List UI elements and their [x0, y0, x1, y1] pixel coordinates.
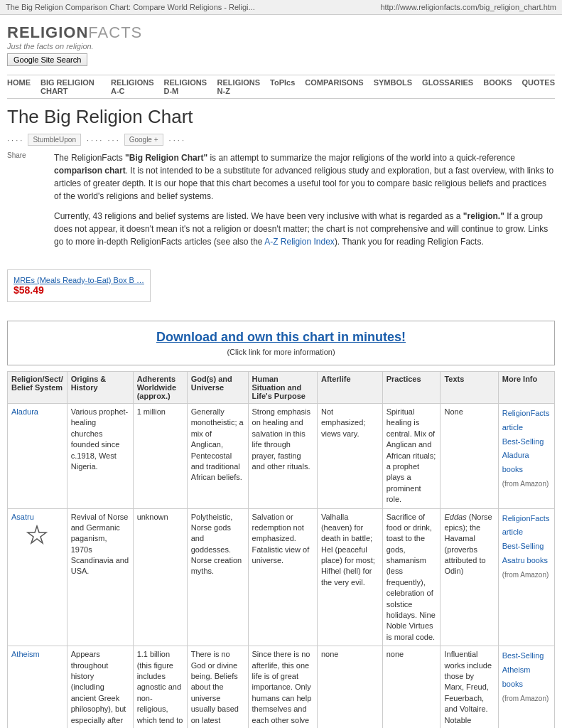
col-header-human: HumanSituation andLife's Purpose	[248, 372, 317, 404]
intro-paragraph2: Currently, 43 religions and belief syste…	[54, 210, 555, 248]
sidebar-share: Share	[7, 151, 43, 255]
gods-cell: Polytheistic, Norse gods and goddesses. …	[187, 508, 248, 646]
adherents-cell: unknown	[133, 508, 187, 646]
nav-religions-dm[interactable]: RELIGIONS D-M	[164, 78, 207, 95]
stumbleupon-button[interactable]: StumbleUpon	[28, 134, 81, 146]
browser-title: The Big Religion Comparison Chart: Compa…	[6, 3, 255, 11]
origins-cell: Various prophet-healing churches founded…	[67, 404, 133, 509]
az-index-link[interactable]: A-Z Religion Index	[264, 237, 335, 247]
content-right: The ReligionFacts "Big Religion Chart" i…	[54, 151, 555, 255]
more-info-links: Best-Selling Atheism books (from Amazon)	[502, 649, 551, 705]
nav-home[interactable]: HOME	[7, 78, 31, 95]
logo-facts: FACTS	[88, 23, 142, 41]
from-amazon: (from Amazon)	[502, 480, 549, 488]
books-link[interactable]: Best-Selling Aladura books	[502, 435, 551, 477]
afterlife-cell: Valhalla (heaven) for death in battle; H…	[317, 508, 382, 646]
religion-name-cell: Atheism	[8, 646, 67, 728]
page-title: The Big Religion Chart	[7, 106, 555, 128]
moreinfo-cell: Best-Selling Atheism books (from Amazon)	[498, 646, 554, 728]
logo-tagline: Just the facts on religion.	[7, 42, 555, 50]
books-link[interactable]: Best-Selling Asatru books	[502, 540, 551, 568]
religion-name-link[interactable]: Asatru	[11, 513, 34, 521]
intro-paragraph1: The ReligionFacts "Big Religion Chart" i…	[54, 151, 555, 203]
afterlife-cell: none	[317, 646, 382, 728]
nav-comparisons[interactable]: COMPARISONS	[305, 78, 363, 95]
col-header-moreinfo: More Info	[498, 372, 554, 404]
nav-big-religion[interactable]: BIG RELIGION CHART	[40, 78, 101, 95]
share-label: Share	[7, 151, 26, 159]
religion-name-cell: Asatru	[8, 508, 67, 646]
asatru-icon	[25, 524, 50, 549]
search-button[interactable]: Google Site Search	[7, 53, 87, 66]
intro-religion-bold: "religion."	[463, 211, 504, 221]
download-subtitle: (Click link for more information)	[16, 348, 546, 356]
religion-name-cell: Aladura	[8, 404, 67, 509]
ad-price: $58.49	[13, 284, 144, 296]
nav-glossaries[interactable]: GLOSSARIES	[422, 78, 473, 95]
table-row: Atheism Appears throughout history (incl…	[8, 646, 555, 728]
col-header-religion: Religion/Sect/Belief System	[8, 372, 67, 404]
table-row: Aladura Various prophet-healing churches…	[8, 404, 555, 509]
social-dots3: · · · ·	[169, 136, 184, 144]
texts-cell: Eddas (Norse epics); the Havamal (prover…	[441, 508, 498, 646]
col-header-afterlife: Afterlife	[317, 372, 382, 404]
logo[interactable]: RELIGIONFACTS	[7, 23, 555, 42]
table-header-row: Religion/Sect/Belief System Origins &His…	[8, 372, 555, 404]
religion-name-link[interactable]: Atheism	[11, 650, 40, 658]
social-dots2: · · · ·	[87, 136, 102, 144]
nav-topics[interactable]: ToPIcs	[270, 78, 295, 95]
nav-books[interactable]: BOOKS	[483, 78, 512, 95]
col-header-origins: Origins &History	[67, 372, 133, 404]
browser-url: http://www.religionfacts.com/big_religio…	[380, 3, 556, 11]
nav-symbols[interactable]: SYMBOLS	[374, 78, 412, 95]
download-link[interactable]: Download and own this chart in minutes!	[16, 330, 546, 345]
practices-cell: none	[382, 646, 441, 728]
logo-area: RELIGIONFACTS Just the facts on religion…	[7, 15, 555, 70]
logo-religion: RELIGION	[7, 23, 88, 41]
human-cell: Strong emphasis on healing and salvation…	[248, 404, 317, 509]
human-cell: Salvation or redemption not emphasized. …	[248, 508, 317, 646]
ad-box: MREs (Meals Ready-to-Eat) Box B … $58.49	[7, 269, 151, 302]
col-header-gods: God(s) andUniverse	[187, 372, 248, 404]
afterlife-cell: Not emphasized; views vary.	[317, 404, 382, 509]
from-amazon: (from Amazon)	[502, 571, 549, 579]
col-header-adherents: AdherentsWorldwide(approx.)	[133, 372, 187, 404]
practices-cell: Spiritual healing is central. Mix of Ang…	[382, 404, 441, 509]
table-row: Asatru Revival of Norse and Germanic pag…	[8, 508, 555, 646]
main-layout: Share The ReligionFacts "Big Religion Ch…	[7, 151, 555, 255]
more-info-links: ReligionFacts article Best-Selling Aladu…	[502, 407, 551, 491]
social-bar: · · · · StumbleUpon · · · · · · · Google…	[7, 134, 555, 146]
origins-cell: Appears throughout history (including an…	[67, 646, 133, 728]
religion-name-link[interactable]: Aladura	[11, 407, 38, 416]
moreinfo-cell: ReligionFacts article Best-Selling Aladu…	[498, 404, 554, 509]
social-dots: · · · ·	[7, 136, 22, 144]
browser-bar: The Big Religion Comparison Chart: Compa…	[0, 0, 562, 15]
asatru-svg	[26, 525, 48, 547]
adherents-cell: 1.1 billion (this figure includes agnost…	[133, 646, 187, 728]
intro-comparison-bold: comparison chart	[54, 166, 126, 176]
nav-religions-ac[interactable]: RELIGIONS A-C	[111, 78, 154, 95]
chart-table: Religion/Sect/Belief System Origins &His…	[7, 371, 555, 728]
practices-cell: Sacrifice of food or drink, toast to the…	[382, 508, 441, 646]
col-header-practices: Practices	[382, 372, 441, 404]
download-box: Download and own this chart in minutes! …	[7, 321, 555, 365]
origins-cell: Revival of Norse and Germanic paganism, …	[67, 508, 133, 646]
books-link[interactable]: Best-Selling Atheism books	[502, 649, 551, 691]
col-header-texts: Texts	[441, 372, 498, 404]
intro-bigchart-bold: "Big Religion Chart"	[125, 153, 207, 163]
nav-religions-nz[interactable]: RELIGIONS N-Z	[217, 78, 261, 95]
article-link[interactable]: ReligionFacts article	[502, 407, 551, 435]
ad-title[interactable]: MREs (Meals Ready-to-Eat) Box B …	[13, 276, 144, 284]
nav-quotes[interactable]: QUOTES	[522, 78, 555, 95]
texts-cell: Influential works include those by Marx,…	[441, 646, 498, 728]
googleplus-button[interactable]: Google +	[124, 134, 163, 146]
social-spacer: · · ·	[107, 136, 118, 144]
article-link[interactable]: ReligionFacts article	[502, 512, 551, 540]
gods-cell: Generally monotheistic; a mix of Anglica…	[187, 404, 248, 509]
nav-bar: HOME BIG RELIGION CHART RELIGIONS A-C RE…	[7, 75, 555, 99]
texts-cell: None	[441, 404, 498, 509]
adherents-cell: 1 million	[133, 404, 187, 509]
more-info-links: ReligionFacts article Best-Selling Asatr…	[502, 512, 551, 582]
page-content: RELIGIONFACTS Just the facts on religion…	[0, 15, 562, 728]
from-amazon: (from Amazon)	[502, 695, 549, 702]
